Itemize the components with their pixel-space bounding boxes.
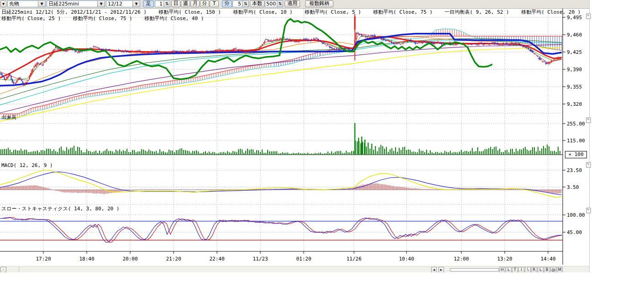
stepper-arrows-icon[interactable]: ⇅	[277, 1, 283, 7]
symbol-value: 日経225mini	[47, 1, 97, 7]
mini-dropdown-button[interactable]: ▼	[0, 0, 6, 7]
stochastics-pane-label: スロー・ストキャスティクス( 14, 3, 80, 20 )	[1, 205, 119, 212]
multi-symbol-button[interactable]: 複数銘柄	[305, 0, 333, 7]
price-pane-legend-line1: 日経225mini 12/12( 5分, 2012/11/21 - 2012/1…	[1, 9, 581, 16]
stepper-arrows-icon[interactable]: ⇅	[164, 1, 170, 7]
chevron-down-icon[interactable]: ▼	[132, 1, 140, 7]
volume-pane-label: 出来高	[1, 114, 16, 121]
bottom-tool-button-3[interactable]: l	[518, 267, 524, 272]
time-axis-label: 20:00	[122, 256, 137, 262]
bottom-toolbar: · ◂ ▸ HLTl\RLB@M	[0, 266, 589, 272]
period-button-4[interactable]: T	[210, 0, 219, 7]
time-axis-label: 11/23	[253, 256, 268, 262]
price-axis-label: 9,460	[567, 32, 582, 38]
macd-pane-label: MACD( 12, 26, 9 )	[1, 162, 53, 168]
time-axis-labels: 17:2018:4020:0021:2022:4011/2301:2011/26…	[36, 251, 555, 262]
price-axis-label: 3.50	[567, 184, 579, 190]
price-axis-label: 100.00	[567, 212, 585, 218]
symbol-combo[interactable]: 日経225mini ▼	[47, 0, 105, 7]
ashi-toggle[interactable]: 足	[143, 0, 154, 7]
time-axis-label: 21:20	[166, 256, 181, 262]
pane-note-icon[interactable]	[586, 118, 591, 123]
period-button-1[interactable]: 週	[181, 0, 190, 7]
chevron-down-icon[interactable]: ▼	[97, 1, 105, 7]
time-axis-label: 11/26	[346, 256, 361, 262]
bottom-tool-button-7[interactable]: B	[544, 267, 550, 272]
bottom-tool-button-8[interactable]: @	[550, 267, 556, 272]
period-button-3[interactable]: 分	[200, 0, 209, 7]
price-axis-label: 255.00	[567, 121, 585, 127]
bottom-tool-button-4[interactable]: \	[525, 267, 531, 272]
apply-button[interactable]: 適用	[285, 0, 300, 7]
bar-count-value: 500	[265, 1, 277, 7]
market-type-combo[interactable]: 先物 ▼	[7, 0, 46, 7]
chevron-down-icon[interactable]: ▼	[38, 1, 45, 7]
ichimoku-kijun-thick-green	[0, 19, 492, 79]
contract-month-combo[interactable]: 12/12 ▼	[106, 0, 140, 7]
time-axis-label: 14:40	[540, 256, 555, 262]
time-axis-label: 22:40	[209, 256, 224, 262]
volume-multiplier-badge: × 100	[565, 151, 587, 158]
minute-value: 5	[233, 1, 242, 7]
scroll-right-button[interactable]: ▸	[438, 267, 444, 272]
macd-plot	[0, 170, 562, 198]
chevron-down-icon: ▼	[2, 2, 5, 6]
time-axis-label: 12:00	[454, 256, 469, 262]
time-axis-label: 13:20	[497, 256, 512, 262]
price-axis-label: 9,425	[567, 49, 582, 55]
chart-canvas[interactable]: 9,4959,4609,4259,3909,3559,320255.00115.…	[0, 0, 644, 302]
price-pane-legend-line2: 移動平均( Close, 25 ) 移動平均( Close, 75 ) 移動平均…	[1, 15, 204, 22]
ashi-interval-stepper[interactable]: 1 ⇅	[155, 0, 170, 7]
period-button-2[interactable]: 月	[190, 0, 200, 7]
bar-count-label: 本数	[250, 0, 264, 7]
market-type-value: 先物	[8, 1, 38, 7]
top-toolbar: ▼ 先物 ▼ 日経225mini ▼ 12/12 ▼ 足 1 ⇅ 日週月分T 分…	[0, 0, 589, 9]
pane-note-icon[interactable]	[586, 14, 591, 19]
bottom-toolbar-divider	[19, 267, 19, 272]
bottom-tool-button-9[interactable]: M	[557, 267, 563, 272]
price-axis-label: 9,320	[567, 101, 582, 107]
chart-application-window: ▼ 先物 ▼ 日経225mini ▼ 12/12 ▼ 足 1 ⇅ 日週月分T 分…	[0, 0, 644, 302]
bottom-tool-button-6[interactable]: L	[538, 267, 544, 272]
bottom-tool-button-2[interactable]: T	[512, 267, 518, 272]
scrollbar-track[interactable]	[450, 268, 499, 271]
price-axis-label: 115.00	[567, 138, 585, 144]
right-axis: 9,4959,4609,4259,3909,3559,320255.00115.…	[563, 8, 585, 265]
price-lines-above	[0, 19, 492, 79]
contract-month-value: 12/12	[106, 1, 132, 7]
ashi-interval-value: 1	[155, 1, 164, 7]
pane-note-icon[interactable]	[586, 208, 591, 213]
pane-note-icons	[586, 14, 591, 213]
time-axis-label: 18:40	[79, 256, 94, 262]
time-axis-label: 01:20	[296, 256, 311, 262]
bottom-tool-button-1[interactable]: L	[506, 267, 512, 272]
scroll-left-button[interactable]: ◂	[431, 267, 437, 272]
price-axis-label: 45.00	[567, 229, 582, 235]
price-axis-label: 9,390	[567, 67, 582, 73]
ma-close-25-thick	[0, 36, 562, 78]
price-axis-label: 9,355	[567, 84, 582, 90]
pane-note-icon[interactable]	[586, 162, 591, 167]
bottom-tool-button-5[interactable]: R	[531, 267, 537, 272]
time-axis-label: 10:40	[399, 256, 414, 262]
bar-count-stepper[interactable]: 500 ⇅	[265, 0, 283, 7]
period-button-0[interactable]: 日	[171, 0, 180, 7]
minute-mode-toggle[interactable]: 分	[222, 0, 232, 7]
time-axis-label: 17:20	[36, 256, 51, 262]
stepper-arrows-icon[interactable]: ⇅	[242, 1, 248, 7]
ma-close-150	[0, 47, 562, 121]
bottom-left-button[interactable]: ·	[0, 267, 6, 272]
volume-bars	[0, 123, 560, 155]
minute-stepper[interactable]: 5 ⇅	[232, 0, 249, 7]
ma-close-75-thin	[0, 45, 562, 113]
pane-baselines	[0, 155, 563, 251]
price-axis-label: 23.50	[567, 167, 582, 173]
bottom-tool-button-0[interactable]: H	[499, 267, 505, 272]
